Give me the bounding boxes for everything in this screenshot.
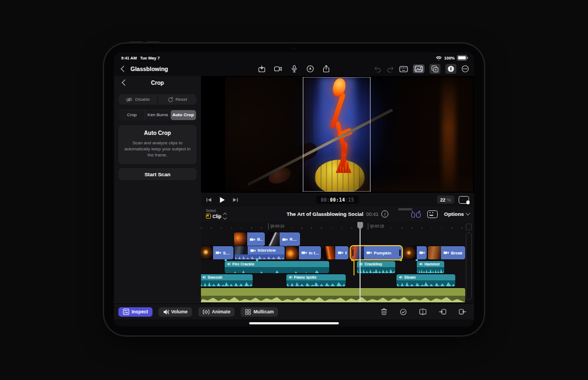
subject-tracking-point	[335, 133, 340, 138]
jog-wheel-icon[interactable]	[445, 64, 456, 74]
timeline-clip-in-the-fur[interactable]: In the Fur...	[286, 246, 321, 259]
undo-icon[interactable]	[374, 66, 382, 73]
tab-ken-burns[interactable]: Ken Burns	[145, 110, 171, 120]
camera-clip-icon	[337, 251, 344, 255]
timeline-clip-swoosh[interactable]: Swoosh	[201, 274, 253, 286]
multicam-label: Multicam	[253, 309, 274, 314]
viewer-options-icon[interactable]	[459, 196, 469, 204]
select-mode-control[interactable]: Select Clip	[206, 209, 226, 219]
approve-icon[interactable]	[400, 308, 407, 316]
tab-crop[interactable]: Crop	[119, 110, 145, 120]
front-camera	[293, 47, 295, 50]
timeline[interactable]: Blowt...RepairSpinningInterviewIn the Fu…	[201, 221, 474, 303]
speaker-icon	[288, 275, 292, 279]
crop-guide-right[interactable]	[370, 77, 371, 192]
bottom-toolbar: Inspect Volume Animate Multicam	[114, 303, 474, 319]
clip-waveform	[357, 267, 395, 273]
skip-forward-icon[interactable]	[232, 197, 238, 203]
clip-waveform	[201, 280, 253, 286]
status-time: 9:41 AM	[121, 56, 137, 61]
speaker-icon	[163, 309, 169, 315]
crop-guide-top	[303, 77, 371, 78]
status-bar: 9:41 AM Tue May 7 100%	[114, 52, 474, 62]
timeline-clip-music[interactable]	[201, 288, 465, 302]
skip-back-icon[interactable]	[206, 197, 212, 203]
disable-label: Disable	[135, 97, 150, 102]
camera-clip-icon	[366, 251, 372, 255]
timeline-clip-pumpkin[interactable]: Pumpkin	[351, 246, 402, 259]
clip-select-icon	[206, 214, 211, 219]
speaker-icon	[399, 275, 402, 279]
timeline-clip-repair[interactable]: Repair	[266, 232, 300, 246]
info-icon[interactable]: i	[382, 210, 389, 218]
keyframe-icon	[203, 309, 210, 315]
select-clip-label: Clip	[213, 214, 221, 219]
timeline-clip-crackling[interactable]: Crackling	[357, 261, 395, 273]
timeline-clip-spinning[interactable]: Spinning	[201, 246, 233, 259]
paste-effects-icon[interactable]	[429, 64, 440, 74]
camera-clip-icon	[419, 251, 425, 255]
multicam-button[interactable]: Multicam	[241, 307, 278, 317]
timeline-clip-music[interactable]: ..	[404, 246, 427, 259]
split-clip-icon[interactable]	[419, 308, 427, 316]
magnetic-timeline-icon[interactable]	[411, 211, 421, 218]
viewer-display-icon[interactable]	[399, 66, 408, 73]
clip-thumbnail	[322, 246, 335, 259]
zoom-level[interactable]: 22 %	[437, 196, 454, 204]
video-viewer[interactable]	[201, 76, 474, 193]
timeline-tracks: Blowt...RepairSpinningInterviewIn the Fu…	[201, 221, 474, 303]
timeline-clip-fla[interactable]: Fla...	[322, 246, 349, 259]
timeline-clip-flame-ignite[interactable]: Flame Ignite	[286, 274, 346, 286]
live-drawing-icon[interactable]	[307, 65, 314, 73]
redo-icon[interactable]	[386, 66, 394, 73]
more-options-icon[interactable]	[461, 65, 469, 73]
trim-end-icon[interactable]	[459, 308, 466, 316]
disable-button[interactable]: Disable	[118, 94, 157, 105]
connector-dot	[256, 259, 258, 261]
timeline-clip-steam[interactable]: Steam	[396, 274, 455, 286]
media-browser-icon[interactable]	[413, 64, 424, 73]
tab-auto-crop[interactable]: Auto Crop	[171, 110, 196, 120]
volume-up-button	[129, 41, 143, 44]
timeline-header: Select Clip The Art of Glassblowing Soci…	[201, 207, 474, 221]
connector-dot	[351, 259, 353, 261]
clip-label: Fire Crackle	[232, 262, 254, 266]
timeline-clip-fire-crackle[interactable]: Fire Crackle	[225, 261, 329, 273]
inspect-label: Inspect	[132, 309, 148, 314]
delete-icon[interactable]	[380, 308, 388, 316]
animate-button[interactable]: Animate	[198, 307, 235, 317]
home-indicator[interactable]	[249, 322, 339, 324]
eye-off-icon	[126, 97, 133, 102]
music-waveform	[201, 296, 465, 302]
ipad-device: 9:41 AM Tue May 7 100% Glassblowing	[104, 44, 484, 335]
trim-start-icon[interactable]	[439, 308, 447, 316]
crop-guide-left[interactable]	[303, 77, 303, 192]
timeline-clip-break[interactable]: Break	[428, 246, 465, 259]
volume-button[interactable]: Volume	[159, 307, 192, 317]
reset-icon	[167, 96, 173, 102]
camera-clip-icon	[301, 251, 307, 255]
inspect-button[interactable]: Inspect	[118, 307, 153, 317]
chevron-updown-icon	[224, 213, 226, 219]
record-camera-icon[interactable]	[274, 66, 282, 72]
page-background: 9:41 AM Tue May 7 100% Glassblowing	[0, 0, 588, 380]
playhead-line	[360, 229, 361, 302]
timeline-overview-icon[interactable]	[427, 210, 438, 218]
microphone-icon[interactable]	[291, 65, 298, 73]
timeline-clip-blowt[interactable]: Blowt...	[234, 232, 265, 246]
app-screen: 9:41 AM Tue May 7 100% Glassblowing	[114, 52, 474, 327]
timeline-resize-handle[interactable]	[398, 208, 412, 210]
timeline-clip-hammer[interactable]: Hammer	[417, 261, 444, 273]
play-icon[interactable]	[219, 197, 225, 203]
import-media-icon[interactable]	[258, 65, 266, 73]
start-scan-button[interactable]: Start Scan	[118, 168, 197, 180]
timeline-scroll-button[interactable]	[466, 224, 472, 230]
clip-label: Hammer	[424, 262, 440, 266]
share-icon[interactable]	[323, 65, 330, 73]
options-button[interactable]: Options	[444, 211, 469, 217]
timeline-scrollbar[interactable]	[466, 232, 472, 300]
timeline-clip-interview[interactable]: Interview	[235, 246, 285, 259]
back-icon[interactable]	[121, 66, 127, 72]
reset-button[interactable]: Reset	[158, 94, 197, 105]
battery-percent: 100%	[444, 56, 455, 61]
